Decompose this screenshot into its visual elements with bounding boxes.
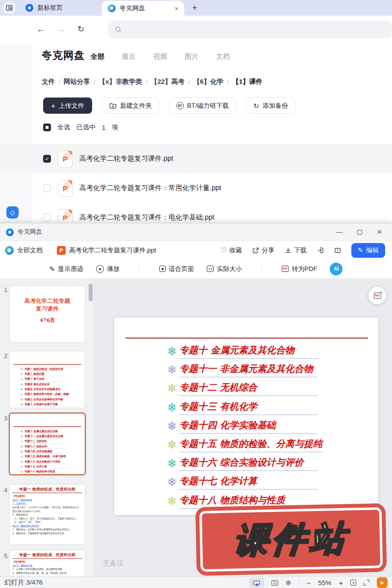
breadcrumb-item[interactable]: 网站分享: [64, 77, 90, 86]
file-row[interactable]: P 高考化学二轮专题复习课件：电化学基础.ppt: [0, 203, 392, 223]
select-all-label[interactable]: 全选: [57, 123, 70, 132]
fit-view-icon[interactable]: [350, 580, 356, 586]
actual-size-button[interactable]: 1:1 实际大小: [207, 265, 242, 273]
window-title-bar[interactable]: 夸克网盘 — ✕: [0, 223, 392, 241]
forward-icon: →: [57, 24, 66, 34]
slide-divider-line: [125, 338, 368, 339]
breadcrumb-item[interactable]: 【6】化学: [194, 77, 224, 86]
newtab-favicon-icon: [25, 4, 33, 12]
tab-all[interactable]: 全部: [91, 52, 104, 61]
all-docs-link[interactable]: 全部文档: [17, 246, 43, 255]
breadcrumb-current: 【1】课件: [232, 77, 263, 86]
presenter-view-toggle[interactable]: [249, 578, 264, 588]
slide-topic-item: ❄专题十七 化学计算: [167, 473, 378, 491]
document-name: 高考化学二轮专题复习课件.ppt: [69, 246, 156, 255]
bt-magnet-download-button[interactable]: BT BT/磁力链下载: [169, 98, 236, 114]
tab-close-icon[interactable]: ×: [174, 5, 178, 12]
edit-button[interactable]: ✎ 编辑: [351, 243, 385, 258]
slide-thumbnail-4[interactable]: 专题一 物质的组成、性质和分类 【考点要求】 考点1、物质的组成 1、化学科学：…: [10, 485, 85, 544]
back-icon[interactable]: ←: [36, 24, 45, 34]
snowflake-icon: ❄: [167, 401, 177, 415]
new-tab-button[interactable]: +: [192, 3, 197, 13]
file-list: P 高考化学二轮专题复习课件.ppt P 高考化学二轮专题复习课件：常用化学计量…: [0, 144, 392, 223]
upload-button[interactable]: + 上传文件: [43, 98, 92, 114]
favorite-button[interactable]: ♡ 收藏: [220, 246, 242, 255]
browser-tab-newtab[interactable]: 新标签页: [20, 0, 102, 16]
browser-tab-quark[interactable]: 夸克网盘 ×: [102, 1, 184, 16]
snowflake-icon: ❄: [20, 435, 23, 439]
zoom-level[interactable]: 55%: [318, 579, 331, 587]
breadcrumb-item[interactable]: 【22】高考: [151, 77, 185, 86]
presenter-icon: [253, 581, 260, 585]
quark-favicon-icon: [108, 4, 116, 12]
slide-thumbnail-3-selected[interactable]: ❄专题十 金属元素及其化合物 ❄专题十一 非金属元素及其化合物 ❄专题十二 无机…: [9, 413, 86, 475]
snowflake-icon: ❄: [20, 392, 23, 396]
new-folder-button[interactable]: 新建文件夹: [102, 98, 159, 114]
ppt-file-icon: P: [58, 209, 73, 223]
browser-sidebar-search-icon[interactable]: [3, 2, 16, 14]
file-name[interactable]: 高考化学二轮专题复习课件：电化学基础.ppt: [79, 213, 214, 222]
slide-thumbnail-5[interactable]: 专题一 物质的组成、性质和分类 【考点要求】 考点3、物质的分类： 1、会判断一…: [10, 550, 85, 576]
snowflake-icon: ❄: [167, 494, 177, 508]
tab-video[interactable]: 视频: [153, 52, 167, 61]
tab-doc[interactable]: 文档: [216, 52, 230, 61]
convert-to-pdf-button[interactable]: PDF 转为PDF: [282, 265, 317, 273]
feedback-icon[interactable]: [334, 247, 341, 254]
maximize-button[interactable]: [357, 230, 362, 235]
current-slide: ❄专题十 金属元素及其化合物 ❄专题十一 非金属元素及其化合物 ❄专题十二 无机…: [114, 318, 378, 515]
select-all-checkbox[interactable]: [43, 123, 51, 131]
notes-placeholder[interactable]: 无备注: [103, 559, 123, 568]
ink-pen-icon: ✎: [49, 265, 55, 273]
slide-thumbnail-2[interactable]: ❄专题一 物质的组成、性质和分类 ❄专题二 物质的量 ❄专题三 离子反应 ❄专题…: [10, 351, 85, 408]
file-row[interactable]: P 高考化学二轮专题复习课件：常用化学计量.ppt: [0, 173, 392, 203]
slide-topic-item: ❄专题十二 无机综合: [167, 379, 378, 398]
file-name[interactable]: 高考化学二轮专题复习课件.ppt: [79, 154, 173, 163]
thumb-number: 2: [4, 352, 7, 360]
refresh-icon[interactable]: ↻: [77, 24, 84, 34]
snowflake-icon: ❄: [20, 397, 23, 401]
heart-icon: ♡: [220, 246, 227, 255]
ppt-file-icon: P: [58, 150, 73, 168]
tab-image[interactable]: 图片: [185, 52, 198, 61]
breadcrumb-item[interactable]: 文件: [42, 77, 55, 86]
play-button[interactable]: ▶ 播放: [96, 265, 120, 273]
file-name[interactable]: 高考化学二轮专题复习课件：常用化学计量.ppt: [79, 184, 221, 193]
file-checkbox[interactable]: [43, 214, 51, 221]
address-search-input[interactable]: [108, 21, 392, 38]
snowflake-icon: ❄: [20, 465, 23, 469]
file-checkbox[interactable]: [43, 184, 51, 192]
browser-tab-bar: 新标签页 夸克网盘 × +: [0, 0, 392, 16]
cloud-drive-icon: [5, 246, 14, 255]
close-button[interactable]: ✕: [377, 228, 382, 236]
file-checkbox[interactable]: [43, 155, 51, 163]
thumbnail-scrollbar[interactable]: [89, 284, 93, 301]
tab-label: 夸克网盘: [120, 4, 145, 13]
slideshow-play-button[interactable]: ▶: [377, 577, 388, 588]
slide-topic-item: ❄专题十五 物质的检验、分离与提纯: [167, 436, 378, 454]
ai-assistant-button[interactable]: AI: [330, 263, 343, 275]
globe-icon[interactable]: ⊕: [286, 579, 292, 587]
browser-window: 新标签页 夸克网盘 × + ← → ↻ ☺ 夸克网盘 全部 最近 视频 图片 文…: [0, 0, 392, 223]
snowflake-icon: ❄: [20, 455, 23, 459]
snowflake-icon: ❄: [20, 460, 23, 464]
show-ink-button[interactable]: ✎ 显示墨迹: [49, 265, 84, 273]
add-backup-button[interactable]: ↻ 添加备份: [246, 98, 295, 114]
snowflake-icon: ❄: [20, 440, 23, 443]
fullscreen-icon[interactable]: [364, 580, 369, 586]
share-button[interactable]: 分享: [252, 246, 274, 255]
pdf-convert-float-button[interactable]: PDF ↻: [368, 287, 386, 304]
selected-text: 已选中: [76, 123, 96, 132]
breadcrumb-item[interactable]: 【x】非教学类: [99, 77, 143, 86]
slide-thumbnail-1[interactable]: 高考化学二轮专题复习课件 476页: [10, 286, 85, 342]
fit-page-button[interactable]: 适合页面: [159, 265, 194, 273]
minimize-button[interactable]: —: [336, 228, 343, 236]
zoom-out-button[interactable]: −: [306, 579, 311, 587]
quark-logo-icon: [6, 228, 14, 236]
file-row[interactable]: P 高考化学二轮专题复习课件.ppt: [0, 144, 392, 173]
snowflake-icon: ❄: [20, 377, 23, 381]
zoom-in-button[interactable]: +: [339, 579, 343, 587]
notes-panel-icon[interactable]: [271, 580, 278, 586]
tab-recent[interactable]: 最近: [122, 52, 136, 61]
download-button[interactable]: 下载: [285, 246, 307, 255]
save-to-drive-icon[interactable]: [317, 247, 324, 254]
